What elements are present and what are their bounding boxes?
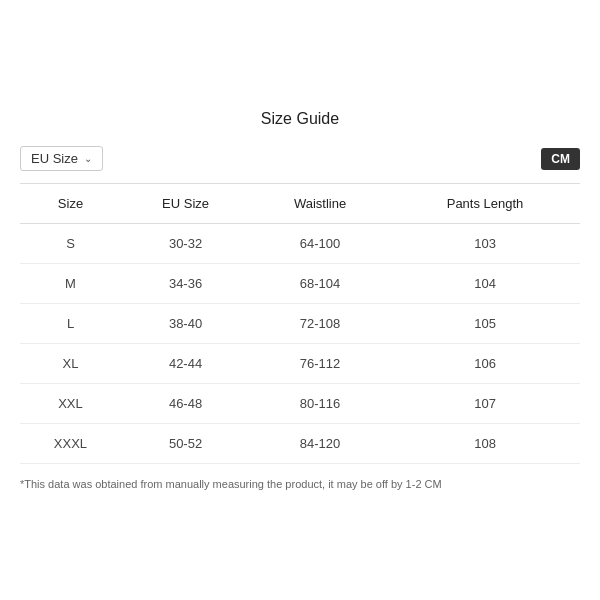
table-row: XXXL50-5284-120108 [20, 424, 580, 464]
size-table: SizeEU SizeWaistlinePants Length S30-326… [20, 183, 580, 464]
table-cell: 108 [390, 424, 580, 464]
table-row: L38-4072-108105 [20, 304, 580, 344]
table-header-cell: Waistline [250, 184, 390, 224]
table-cell: 76-112 [250, 344, 390, 384]
size-dropdown-label: EU Size [31, 151, 78, 166]
table-cell: 84-120 [250, 424, 390, 464]
table-row: XL42-4476-112106 [20, 344, 580, 384]
table-cell: XL [20, 344, 121, 384]
table-cell: M [20, 264, 121, 304]
table-row: S30-3264-100103 [20, 224, 580, 264]
table-header-row: SizeEU SizeWaistlinePants Length [20, 184, 580, 224]
table-cell: S [20, 224, 121, 264]
size-dropdown[interactable]: EU Size ⌄ [20, 146, 103, 171]
table-cell: 46-48 [121, 384, 250, 424]
page-title: Size Guide [20, 110, 580, 128]
table-cell: 34-36 [121, 264, 250, 304]
footnote-text: *This data was obtained from manually me… [20, 478, 580, 490]
table-cell: 80-116 [250, 384, 390, 424]
table-cell: 105 [390, 304, 580, 344]
table-cell: 38-40 [121, 304, 250, 344]
table-cell: XXL [20, 384, 121, 424]
table-cell: 68-104 [250, 264, 390, 304]
table-cell: 42-44 [121, 344, 250, 384]
table-header-cell: EU Size [121, 184, 250, 224]
table-header-cell: Size [20, 184, 121, 224]
table-cell: XXXL [20, 424, 121, 464]
table-cell: 72-108 [250, 304, 390, 344]
table-cell: 30-32 [121, 224, 250, 264]
size-guide-container: Size Guide EU Size ⌄ CM SizeEU SizeWaist… [20, 100, 580, 500]
table-cell: 104 [390, 264, 580, 304]
controls-bar: EU Size ⌄ CM [20, 146, 580, 171]
unit-toggle-button[interactable]: CM [541, 148, 580, 170]
chevron-down-icon: ⌄ [84, 153, 92, 164]
table-row: XXL46-4880-116107 [20, 384, 580, 424]
table-row: M34-3668-104104 [20, 264, 580, 304]
table-header-cell: Pants Length [390, 184, 580, 224]
table-cell: 64-100 [250, 224, 390, 264]
table-cell: 50-52 [121, 424, 250, 464]
table-cell: L [20, 304, 121, 344]
table-cell: 103 [390, 224, 580, 264]
table-cell: 106 [390, 344, 580, 384]
table-cell: 107 [390, 384, 580, 424]
